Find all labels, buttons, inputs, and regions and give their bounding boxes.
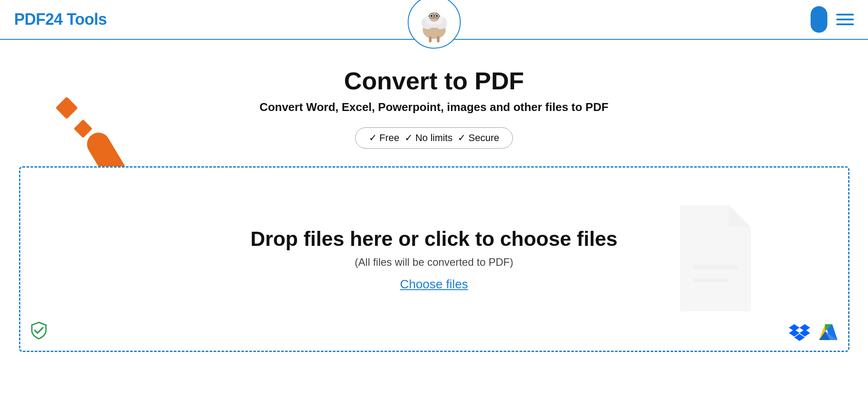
features-badge: ✓ Free ✓ No limits ✓ Secure	[355, 127, 513, 149]
drop-zone-subtext: (All files will be converted to PDF)	[355, 256, 513, 268]
no-limits-badge: ✓ No limits	[405, 132, 452, 144]
page-title: Convert to PDF	[344, 66, 524, 95]
drop-zone-text: Drop files here or click to choose files	[250, 227, 618, 251]
file-icon-background	[671, 205, 760, 313]
cloud-storage-icons	[789, 322, 839, 342]
dropbox-icon[interactable]	[789, 322, 810, 342]
secure-badge: ✓ Secure	[458, 132, 499, 144]
hamburger-menu-icon[interactable]	[836, 14, 854, 25]
header: PDF24 Tools	[0, 0, 868, 40]
svg-line-12	[439, 16, 440, 16]
choose-files-button[interactable]: Choose files	[400, 277, 468, 291]
mascot-icon	[412, 0, 456, 44]
drop-zone[interactable]: Drop files here or click to choose files…	[19, 166, 849, 352]
svg-line-11	[428, 16, 429, 16]
main-content: Convert to PDF Convert Word, Excel, Powe…	[0, 40, 868, 370]
free-badge: ✓ Free	[369, 132, 399, 144]
google-drive-icon[interactable]	[817, 322, 839, 342]
security-shield-icon	[29, 321, 49, 342]
svg-point-13	[430, 15, 432, 17]
header-right	[811, 6, 854, 33]
dropzone-wrapper: Drop files here or click to choose files…	[19, 166, 849, 352]
svg-rect-18	[55, 97, 78, 119]
svg-rect-19	[73, 119, 92, 138]
logo[interactable]: PDF24 Tools	[14, 10, 107, 29]
user-profile-icon[interactable]	[811, 6, 827, 33]
page-subtitle: Convert Word, Excel, Powerpoint, images …	[260, 100, 609, 114]
svg-point-14	[436, 15, 438, 17]
svg-point-15	[433, 17, 436, 19]
